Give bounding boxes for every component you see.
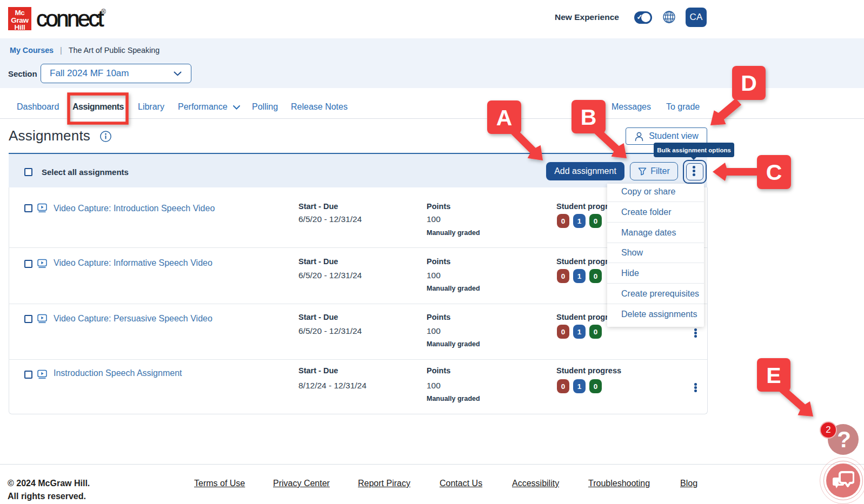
svg-text:B: B	[581, 105, 597, 130]
svg-text:C: C	[766, 160, 782, 185]
svg-text:A: A	[496, 105, 513, 130]
svg-text:D: D	[741, 71, 757, 96]
svg-text:E: E	[766, 363, 781, 388]
